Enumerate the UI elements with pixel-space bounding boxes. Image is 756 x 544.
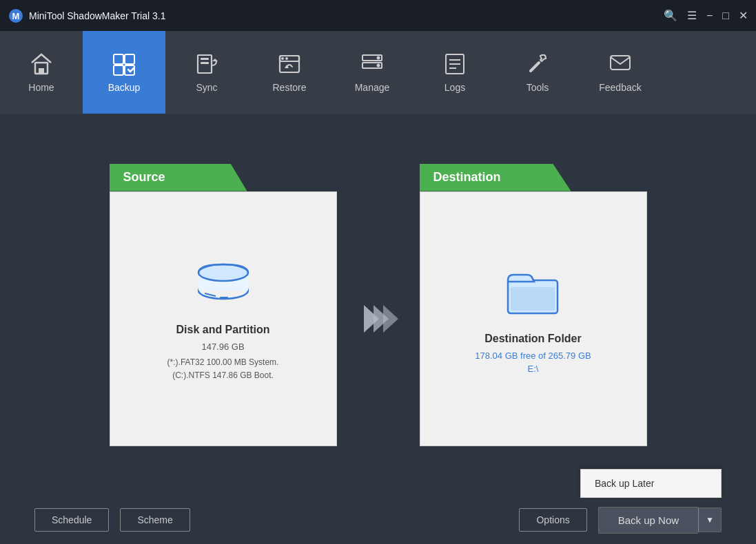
nav-label-logs: Logs	[445, 82, 465, 93]
sync-icon	[194, 52, 219, 76]
nav-item-logs[interactable]: Logs	[413, 31, 496, 114]
destination-drive: E:\	[528, 364, 539, 374]
app-title: MiniTool ShadowMaker Trial 3.1	[29, 10, 165, 21]
svg-point-19	[377, 56, 380, 60]
restore-icon	[277, 52, 302, 76]
nav-label-restore: Restore	[272, 82, 306, 93]
svg-point-14	[281, 57, 284, 60]
nav-label-sync: Sync	[196, 82, 217, 93]
svg-rect-26	[611, 56, 630, 70]
destination-header: Destination	[420, 164, 571, 191]
maximize-icon[interactable]: □	[722, 10, 729, 21]
svg-point-20	[377, 64, 380, 67]
nav-label-home: Home	[28, 82, 54, 93]
home-icon	[29, 52, 54, 76]
source-header: Source	[110, 164, 247, 191]
minimize-icon[interactable]: −	[706, 10, 713, 21]
svg-rect-3	[39, 68, 44, 74]
manage-icon	[360, 52, 385, 76]
source-header-label: Source	[123, 170, 165, 185]
source-detail: (*:).FAT32 100.00 MB System. (C:).NTFS 1…	[167, 356, 279, 382]
feedback-icon	[608, 52, 633, 76]
arrows-icon	[364, 305, 393, 333]
bottom-right-actions: Options Back up Now ▼ Back up Later	[519, 507, 722, 534]
search-icon[interactable]: 🔍	[664, 10, 677, 21]
nav-item-feedback[interactable]: Feedback	[579, 31, 662, 114]
backup-icon	[112, 52, 136, 76]
close-icon[interactable]: ✕	[739, 10, 748, 21]
scheme-button[interactable]: Scheme	[120, 508, 190, 532]
folder-icon	[502, 264, 564, 319]
source-card-wrapper: Source Disk and Partition 147.96 GB	[110, 164, 337, 446]
backup-dropdown-menu: Back up Later	[580, 469, 722, 498]
backup-dropdown-button[interactable]: ▼	[698, 508, 722, 532]
nav-label-tools: Tools	[527, 82, 549, 93]
nav-bar: Home Backup Sync	[0, 31, 756, 114]
svg-text:M: M	[12, 11, 20, 21]
backup-now-button[interactable]: Back up Now	[598, 507, 698, 534]
title-controls: 🔍 ☰ − □ ✕	[664, 10, 748, 21]
nav-item-restore[interactable]: Restore	[248, 31, 331, 114]
destination-title: Destination Folder	[484, 333, 581, 345]
svg-line-25	[531, 63, 539, 71]
logs-icon	[442, 52, 467, 76]
main-content: Source Disk and Partition 147.96 GB	[0, 114, 756, 496]
nav-label-feedback: Feedback	[599, 82, 641, 93]
title-left: M MiniTool ShadowMaker Trial 3.1	[8, 8, 165, 23]
destination-header-label: Destination	[433, 170, 501, 185]
nav-item-sync[interactable]: Sync	[165, 31, 248, 114]
source-card[interactable]: Disk and Partition 147.96 GB (*:).FAT32 …	[110, 191, 337, 446]
svg-rect-5	[125, 54, 134, 64]
svg-rect-9	[201, 58, 209, 60]
svg-line-30	[205, 293, 216, 296]
svg-rect-10	[201, 62, 209, 64]
nav-item-manage[interactable]: Manage	[331, 31, 413, 114]
tools-icon	[525, 52, 550, 76]
svg-rect-6	[114, 65, 123, 75]
svg-marker-11	[212, 59, 218, 61]
arrow-area	[337, 278, 420, 333]
schedule-button[interactable]: Schedule	[34, 508, 109, 532]
nav-label-manage: Manage	[355, 82, 390, 93]
nav-label-backup: Backup	[108, 82, 141, 93]
svg-point-15	[285, 57, 288, 60]
nav-item-home[interactable]: Home	[0, 31, 83, 114]
nav-item-backup[interactable]: Backup	[83, 31, 165, 114]
destination-card[interactable]: Destination Folder 178.04 GB free of 265…	[420, 191, 647, 446]
backup-later-item[interactable]: Back up Later	[581, 470, 721, 497]
app-logo-icon: M	[8, 8, 23, 23]
source-title: Disk and Partition	[176, 324, 269, 336]
destination-size: 178.04 GB free of 265.79 GB	[475, 351, 591, 361]
bottom-left-actions: Schedule Scheme	[34, 508, 190, 532]
destination-card-wrapper: Destination Destination Folder 178.04 GB…	[420, 164, 647, 446]
source-size: 147.96 GB	[201, 342, 244, 352]
menu-icon[interactable]: ☰	[687, 10, 697, 21]
disk-icon	[192, 255, 254, 310]
title-bar: M MiniTool ShadowMaker Trial 3.1 🔍 ☰ − □…	[0, 0, 756, 31]
bottom-bar: Schedule Scheme Options Back up Now ▼ Ba…	[0, 496, 756, 544]
nav-item-tools[interactable]: Tools	[496, 31, 579, 114]
svg-rect-33	[511, 287, 555, 311]
svg-rect-4	[114, 54, 123, 64]
options-button[interactable]: Options	[519, 508, 586, 532]
